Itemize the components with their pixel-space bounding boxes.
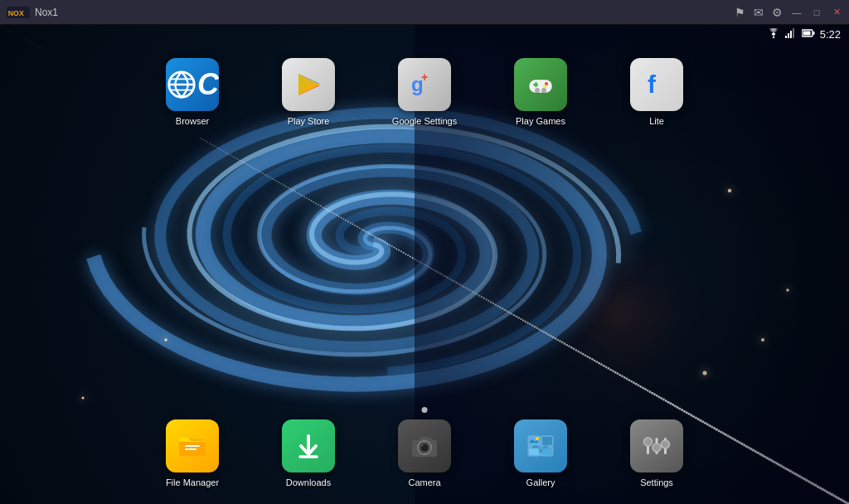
app-downloads[interactable]: Downloads — [275, 419, 342, 487]
wifi-icon — [767, 28, 780, 41]
camera-icon — [398, 419, 451, 472]
minimize-button[interactable]: — — [791, 7, 803, 18]
bottom-apps-row: File Manager Downloads — [0, 419, 849, 487]
app-camera[interactable]: Camera — [391, 419, 458, 487]
svg-rect-9 — [803, 32, 810, 36]
top-apps-row: Browser Play Store — [0, 58, 849, 126]
svg-point-49 — [644, 438, 653, 446]
gallery-label: Gallery — [526, 477, 555, 487]
svg-point-42 — [536, 437, 539, 440]
android-screen: 5:22 Browser — [0, 25, 849, 504]
camera-label: Camera — [408, 477, 440, 487]
browser-label: Browser — [176, 116, 209, 126]
svg-point-50 — [653, 443, 661, 452]
app-fblite[interactable]: f Lite — [623, 58, 690, 126]
app-settings[interactable]: Settings — [623, 419, 690, 487]
svg-text:NOX: NOX — [8, 8, 24, 17]
svg-text:+: + — [421, 70, 428, 84]
app-gsettings[interactable]: g + Google Settings — [391, 58, 458, 126]
email-icon[interactable]: ✉ — [754, 6, 764, 19]
svg-rect-5 — [790, 31, 792, 38]
fblite-label: Lite — [649, 116, 664, 126]
app-filemanager[interactable]: File Manager — [159, 419, 226, 487]
svg-point-20 — [545, 82, 548, 85]
svg-rect-8 — [813, 32, 814, 35]
app-playstore[interactable]: Play Store — [275, 58, 342, 126]
battery-icon — [802, 28, 815, 41]
svg-rect-16 — [529, 80, 552, 93]
window-title: Nox1 — [35, 7, 58, 18]
app-playgames[interactable]: Play Games — [507, 58, 574, 126]
svg-point-21 — [543, 85, 546, 89]
browser-icon — [166, 58, 219, 111]
svg-rect-43 — [542, 437, 552, 445]
filemanager-label: File Manager — [166, 477, 219, 487]
nox-logo: NOX — [7, 7, 30, 18]
maximize-button[interactable]: □ — [811, 7, 822, 18]
svg-rect-3 — [785, 36, 787, 38]
svg-text:f: f — [648, 70, 657, 98]
svg-rect-19 — [535, 82, 537, 87]
status-bar: 5:22 — [759, 25, 849, 44]
svg-point-22 — [535, 88, 540, 93]
settings-label: Settings — [640, 477, 673, 487]
settings-icon[interactable]: ⚙ — [772, 6, 783, 19]
svg-rect-4 — [788, 33, 789, 38]
close-button[interactable]: ✕ — [831, 7, 842, 18]
svg-point-32 — [422, 445, 424, 447]
svg-rect-6 — [793, 28, 794, 38]
settings-icon — [630, 419, 683, 472]
svg-rect-45 — [542, 448, 552, 455]
svg-rect-44 — [529, 448, 539, 455]
playstore-icon — [282, 58, 335, 111]
svg-point-51 — [662, 440, 670, 448]
playgames-icon — [514, 58, 567, 111]
titlebar-controls: ⚑ ✉ ⚙ — □ ✕ — [735, 6, 842, 19]
titlebar: NOX Nox1 ⚑ ✉ ⚙ — □ ✕ — [0, 0, 849, 25]
playstore-label: Play Store — [288, 116, 330, 126]
gsettings-label: Google Settings — [392, 116, 457, 126]
app-browser[interactable]: Browser — [159, 58, 226, 126]
svg-point-2 — [772, 36, 774, 38]
gsettings-icon: g + — [398, 58, 451, 111]
gift-icon[interactable]: ⚑ — [735, 6, 745, 19]
playgames-label: Play Games — [516, 116, 565, 126]
svg-point-23 — [541, 88, 546, 93]
signal-icon — [785, 28, 797, 41]
svg-point-31 — [423, 446, 427, 450]
filemanager-icon — [166, 419, 219, 472]
titlebar-left: NOX Nox1 — [7, 7, 58, 18]
page-indicator — [422, 407, 428, 413]
clock: 5:22 — [820, 28, 841, 41]
gallery-icon — [514, 419, 567, 472]
fblite-icon: f — [630, 58, 683, 111]
app-gallery[interactable]: Gallery — [507, 419, 574, 487]
downloads-icon — [282, 419, 335, 472]
downloads-label: Downloads — [286, 477, 331, 487]
